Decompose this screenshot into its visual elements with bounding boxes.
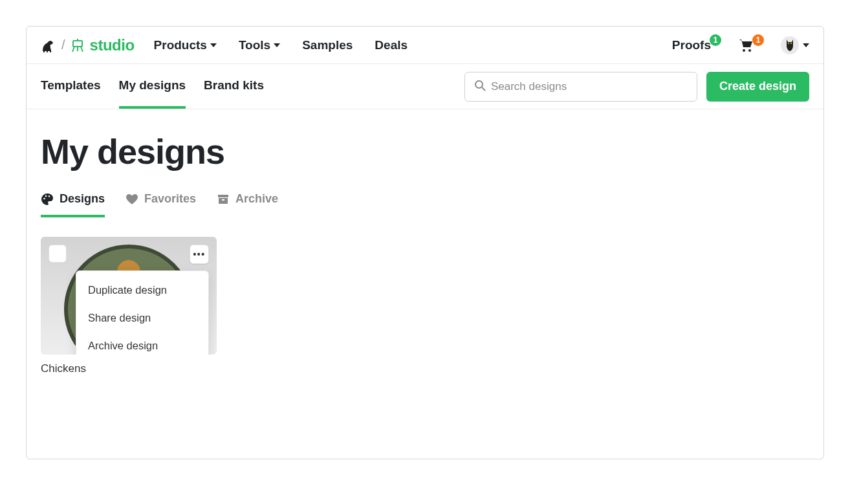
search-icon [474, 80, 486, 94]
svg-rect-19 [222, 199, 224, 201]
create-design-button[interactable]: Create design [706, 72, 809, 102]
chevron-down-icon [274, 43, 280, 47]
filter-archive[interactable]: Archive [217, 192, 278, 217]
design-thumbnail[interactable]: ••• Duplicate design Share design Archiv… [41, 237, 217, 355]
svg-point-10 [788, 43, 789, 44]
svg-rect-18 [219, 198, 228, 204]
nav-samples-label: Samples [302, 38, 353, 52]
svg-rect-3 [73, 41, 82, 47]
proofs-badge: 1 [710, 34, 721, 46]
menu-share-design[interactable]: Share design [76, 304, 208, 332]
svg-line-13 [482, 87, 485, 91]
tab-brand-kits[interactable]: Brand kits [204, 64, 264, 109]
menu-duplicate-design[interactable]: Duplicate design [76, 276, 208, 304]
card-context-menu: Duplicate design Share design Archive de… [76, 270, 209, 355]
proofs-label: Proofs [672, 38, 711, 52]
sub-nav-tabs: Templates My designs Brand kits [41, 64, 264, 109]
svg-point-8 [743, 49, 745, 52]
svg-rect-2 [50, 50, 51, 52]
filter-designs-label: Designs [60, 192, 105, 206]
svg-rect-0 [43, 50, 45, 52]
design-card: ••• Duplicate design Share design Archiv… [41, 237, 217, 375]
card-more-button[interactable]: ••• [190, 245, 209, 264]
sub-nav: Templates My designs Brand kits Create d… [27, 64, 823, 109]
svg-rect-17 [218, 195, 228, 197]
cart-icon [738, 38, 754, 52]
tab-my-designs[interactable]: My designs [119, 64, 186, 109]
easel-icon [71, 38, 85, 52]
filter-archive-label: Archive [235, 192, 278, 206]
page-body: My designs Designs Favorites Archive [27, 109, 823, 397]
nav-deals[interactable]: Deals [375, 38, 408, 52]
tab-my-designs-label: My designs [119, 78, 186, 93]
archive-icon [217, 193, 230, 206]
svg-point-9 [748, 49, 751, 52]
nav-products-label: Products [154, 38, 207, 52]
nav-tools[interactable]: Tools [239, 38, 280, 52]
tab-templates-label: Templates [41, 78, 101, 93]
nav-deals-label: Deals [375, 38, 408, 52]
menu-archive-design[interactable]: Archive design [76, 332, 208, 355]
top-nav-right: Proofs 1 1 [672, 36, 809, 54]
design-grid: ••• Duplicate design Share design Archiv… [41, 237, 809, 375]
svg-point-15 [45, 195, 47, 197]
palette-icon [41, 193, 54, 206]
brand-studio-label: studio [90, 36, 135, 54]
svg-point-11 [790, 43, 792, 44]
nav-samples[interactable]: Samples [302, 38, 353, 52]
logo-group[interactable]: / studio [41, 36, 135, 54]
select-checkbox[interactable] [49, 245, 67, 263]
tab-templates[interactable]: Templates [41, 64, 101, 109]
avatar-icon [781, 36, 799, 54]
page-title: My designs [41, 131, 809, 171]
heart-icon [125, 193, 138, 206]
svg-point-14 [43, 197, 45, 199]
svg-point-16 [49, 195, 50, 197]
chevron-down-icon [803, 43, 809, 47]
svg-line-6 [81, 47, 83, 52]
tab-brand-kits-label: Brand kits [204, 78, 264, 93]
cart-button[interactable]: 1 [738, 38, 765, 52]
sub-nav-right: Create design [464, 72, 809, 102]
nav-tools-label: Tools [239, 38, 270, 52]
account-menu[interactable] [781, 36, 809, 54]
search-wrap[interactable] [464, 72, 697, 102]
proofs-link[interactable]: Proofs 1 [672, 38, 723, 52]
svg-line-5 [72, 47, 74, 52]
cart-badge: 1 [752, 34, 764, 46]
filter-favorites[interactable]: Favorites [125, 192, 196, 217]
main-menu: Products Tools Samples Deals [154, 38, 408, 52]
design-card-title: Chickens [41, 362, 217, 375]
more-icon: ••• [193, 249, 205, 259]
search-input[interactable] [491, 80, 688, 93]
chevron-down-icon [210, 43, 217, 47]
filter-tabs: Designs Favorites Archive [41, 192, 809, 217]
breadcrumb-separator: / [61, 38, 65, 52]
filter-designs[interactable]: Designs [41, 192, 105, 217]
app-window: / studio Products Tools Samples Deals [26, 26, 824, 459]
filter-favorites-label: Favorites [144, 192, 196, 206]
svg-rect-1 [47, 50, 48, 52]
top-nav: / studio Products Tools Samples Deals [27, 27, 823, 64]
nav-products[interactable]: Products [154, 38, 217, 52]
svg-point-12 [475, 81, 483, 88]
horse-icon [41, 38, 56, 52]
